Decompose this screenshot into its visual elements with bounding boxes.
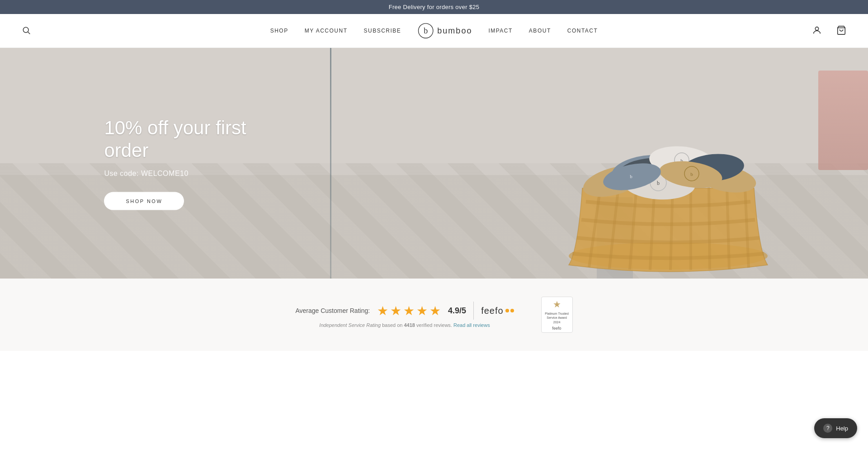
shop-now-button[interactable]: SHOP NOW — [104, 192, 184, 210]
basket-svg: b b b b — [555, 61, 781, 279]
rating-main: Average Customer Rating: ★ ★ ★ ★ ★ 4.9/5… — [295, 302, 514, 320]
star-5: ★ — [429, 303, 441, 318]
hero-section: b b b b 10% off your first order Use cod… — [0, 48, 868, 279]
wall-towel — [818, 71, 868, 170]
svg-text:b: b — [630, 174, 632, 179]
star-4: ★ — [416, 303, 428, 318]
hero-title: 10% off your first order — [104, 117, 294, 162]
rating-label: Average Customer Rating: — [295, 307, 370, 314]
review-count: 4418 — [404, 322, 415, 328]
rating-score: 4.9/5 — [448, 306, 466, 316]
svg-line-1 — [28, 32, 30, 34]
header-right — [808, 22, 850, 40]
star-3: ★ — [403, 303, 415, 318]
feefo-logo: feefo — [481, 306, 514, 316]
rating-sub-text: Independent Service Rating based on 4418… — [319, 322, 490, 328]
star-1: ★ — [377, 303, 388, 318]
star-rating: ★ ★ ★ ★ ★ — [377, 303, 441, 318]
star-2: ★ — [390, 303, 401, 318]
announcement-text: Free Delivery for orders over $25 — [389, 4, 480, 10]
feefo-dots — [505, 309, 514, 312]
award-line1: Platinum Trusted — [545, 312, 569, 316]
award-line2: Service Award — [545, 316, 569, 320]
svg-text:b: b — [690, 171, 693, 177]
award-text: Platinum Trusted Service Award 2024 — [545, 312, 569, 324]
logo-text: bumboo — [437, 26, 472, 36]
search-icon — [22, 26, 31, 35]
main-nav: SHOP MY ACCOUNT SUBSCRIBE b bumboo IMPAC… — [270, 23, 598, 39]
header-left — [18, 22, 34, 40]
rating-divider — [473, 302, 474, 320]
rating-block: Average Customer Rating: ★ ★ ★ ★ ★ 4.9/5… — [295, 302, 514, 328]
award-feefo-text: feefo — [552, 326, 561, 331]
logo[interactable]: b bumboo — [417, 23, 472, 39]
rating-section: Average Customer Rating: ★ ★ ★ ★ ★ 4.9/5… — [0, 279, 868, 351]
hero-content: 10% off your first order Use code: WELCO… — [104, 117, 294, 210]
feefo-dot-2 — [510, 309, 514, 312]
award-badge: ★ Platinum Trusted Service Award 2024 fe… — [541, 297, 573, 333]
glass-divider — [330, 48, 331, 279]
cart-button[interactable] — [833, 22, 850, 40]
read-all-reviews-link[interactable]: Read all reviews — [453, 322, 490, 328]
nav-impact[interactable]: IMPACT — [488, 28, 512, 34]
award-year: 2024 — [545, 320, 569, 324]
svg-line-13 — [709, 187, 710, 269]
rating-sub-prefix: Independent Service Rating — [319, 322, 381, 328]
cart-icon — [836, 25, 846, 35]
nav-subscribe[interactable]: SUBSCRIBE — [363, 28, 401, 34]
nav-about[interactable]: ABOUT — [529, 28, 551, 34]
nav-my-account[interactable]: MY ACCOUNT — [305, 28, 348, 34]
nav-contact[interactable]: CONTACT — [567, 28, 598, 34]
search-button[interactable] — [18, 22, 34, 40]
account-button[interactable] — [808, 22, 826, 40]
account-icon — [812, 25, 822, 35]
svg-point-0 — [23, 27, 28, 33]
svg-text:b: b — [657, 180, 660, 186]
nav-shop[interactable]: SHOP — [270, 28, 288, 34]
award-star-icon: ★ — [553, 299, 561, 310]
rating-sub-suffix: verified reviews. — [416, 322, 452, 328]
hero-subtitle: Use code: WELCOME10 — [104, 169, 294, 177]
header: SHOP MY ACCOUNT SUBSCRIBE b bumboo IMPAC… — [0, 14, 868, 48]
announcement-bar: Free Delivery for orders over $25 — [0, 0, 868, 14]
svg-point-4 — [815, 27, 818, 30]
rating-sub-middle: based on — [382, 322, 404, 328]
feefo-text: feefo — [481, 306, 503, 316]
basket-area: b b b b — [555, 48, 781, 279]
svg-text:b: b — [424, 26, 428, 35]
feefo-dot-1 — [505, 309, 509, 312]
logo-icon: b — [417, 23, 434, 39]
